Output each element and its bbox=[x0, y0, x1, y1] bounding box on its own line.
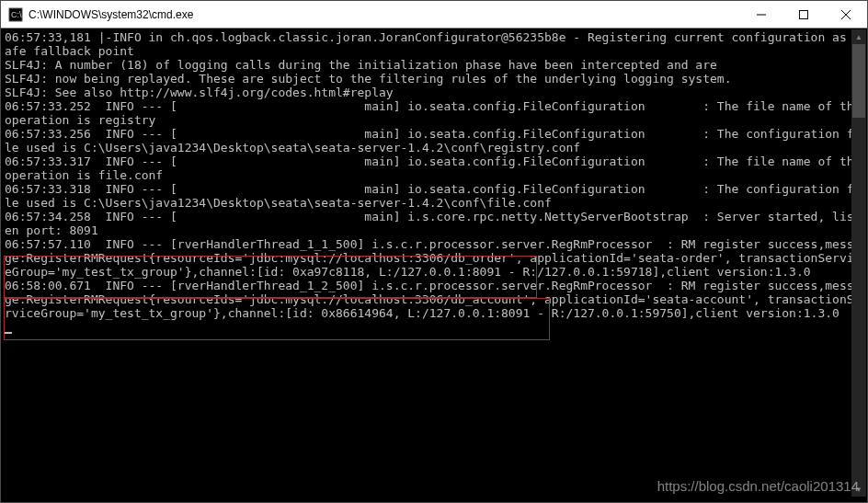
terminal-line: 06:57:33.317 INFO --- [ main] io.seata.c… bbox=[5, 154, 863, 182]
svg-text:C:\: C:\ bbox=[11, 10, 22, 19]
terminal-line: 06:57:33.252 INFO --- [ main] io.seata.c… bbox=[5, 99, 863, 127]
cmd-window: C:\ C:\WINDOWS\system32\cmd.exe 06:57:33… bbox=[0, 0, 868, 503]
scrollbar-up-arrow[interactable]: ▲ bbox=[851, 29, 866, 44]
terminal-line: 06:57:57.110 INFO --- [rverHandlerThread… bbox=[5, 237, 863, 279]
terminal-line: SLF4J: A number (18) of logging calls du… bbox=[5, 58, 863, 72]
terminal-line: 06:57:33.318 INFO --- [ main] io.seata.c… bbox=[5, 182, 863, 210]
minimize-button[interactable] bbox=[740, 1, 782, 28]
watermark-text: https://blog.csdn.net/caoli201314 bbox=[657, 478, 859, 494]
window-title: C:\WINDOWS\system32\cmd.exe bbox=[29, 8, 740, 21]
terminal-line: 06:58:00.671 INFO --- [rverHandlerThread… bbox=[5, 279, 863, 320]
maximize-button[interactable] bbox=[782, 1, 825, 28]
svg-rect-3 bbox=[800, 10, 808, 18]
terminal-line: SLF4J: now being replayed. These are sub… bbox=[5, 72, 863, 86]
terminal-line: 06:57:33.256 INFO --- [ main] io.seata.c… bbox=[5, 127, 863, 154]
terminal-cursor bbox=[5, 332, 12, 334]
cmd-icon: C:\ bbox=[8, 7, 23, 22]
vertical-scrollbar[interactable]: ▲ ▼ bbox=[851, 29, 866, 497]
terminal-line: SLF4J: See also http://www.slf4j.org/cod… bbox=[5, 86, 863, 99]
terminal-line: 06:57:33,181 |-INFO in ch.qos.logback.cl… bbox=[5, 30, 863, 58]
window-controls bbox=[740, 1, 867, 28]
close-button[interactable] bbox=[825, 1, 867, 28]
terminal-line: 06:57:34.258 INFO --- [ main] i.s.core.r… bbox=[5, 210, 863, 237]
scrollbar-thumb[interactable] bbox=[852, 44, 865, 118]
terminal-output[interactable]: 06:57:33,181 |-INFO in ch.qos.logback.cl… bbox=[1, 29, 867, 502]
titlebar[interactable]: C:\ C:\WINDOWS\system32\cmd.exe bbox=[1, 1, 867, 29]
